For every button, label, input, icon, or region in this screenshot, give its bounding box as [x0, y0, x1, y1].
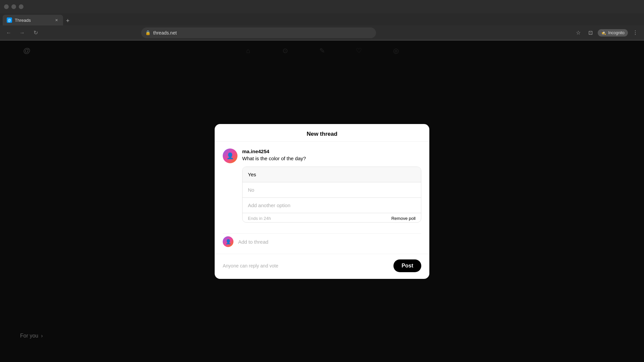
maximize-window-button[interactable]: [19, 4, 23, 9]
tabs-bar: @ Threads ✕ +: [0, 13, 644, 25]
address-bar: ← → ↻ 🔒 threads.net ☆ ⊡ 🕵 Incognito ⋮: [0, 25, 644, 40]
modal-body: 👤 ma.ine4254 What is the color of the da…: [215, 142, 429, 254]
tab-close-button[interactable]: ✕: [54, 17, 59, 23]
add-thread-placeholder[interactable]: Add to thread: [238, 239, 268, 245]
poll-footer: Ends in 24h Remove poll: [243, 213, 421, 222]
new-tab-button[interactable]: +: [63, 16, 72, 25]
thread-text: What is the color of the day?: [242, 156, 421, 161]
incognito-icon: 🕵: [601, 31, 606, 35]
main-content: @ ⌂ ⊙ ✎ ♡ ◎ For you › New thread: [0, 41, 644, 362]
refresh-button[interactable]: ↻: [31, 28, 40, 38]
tab-favicon: @: [7, 17, 12, 23]
user-content: ma.ine4254 What is the color of the day?: [242, 148, 421, 228]
poll-ends-label: Ends in 24h: [248, 216, 271, 221]
browser-chrome: @ Threads ✕ + ← → ↻ 🔒 threads.net ☆: [0, 0, 644, 41]
post-button[interactable]: Post: [393, 259, 421, 272]
url-text: threads.net: [153, 30, 177, 36]
address-input[interactable]: 🔒 threads.net: [141, 27, 376, 38]
poll-option-2-input[interactable]: [248, 187, 416, 193]
add-another-option[interactable]: Add another option: [243, 198, 421, 213]
user-row: 👤 ma.ine4254 What is the color of the da…: [223, 148, 421, 228]
new-thread-modal: New thread 👤 ma.ine4254 What is the colo…: [215, 124, 429, 279]
footer-note: Anyone can reply and vote: [223, 263, 278, 268]
title-bar: [0, 0, 644, 13]
modal-title: New thread: [307, 131, 337, 137]
poll-option-1-input[interactable]: [248, 172, 416, 177]
forward-button[interactable]: →: [17, 28, 27, 38]
more-button[interactable]: ⋮: [631, 28, 640, 38]
incognito-button[interactable]: 🕵 Incognito: [598, 29, 628, 37]
poll-option-1[interactable]: [243, 167, 421, 182]
browser-actions: ☆ ⊡ 🕵 Incognito ⋮: [574, 28, 640, 38]
add-thread-avatar: 👤: [223, 236, 233, 247]
modal-header: New thread: [215, 124, 429, 142]
poll-option-2[interactable]: [243, 182, 421, 198]
avatar: 👤: [223, 148, 237, 163]
remove-poll-button[interactable]: Remove poll: [391, 216, 416, 221]
profile-button[interactable]: ⊡: [586, 28, 595, 38]
minimize-window-button[interactable]: [11, 4, 16, 9]
tab-title: Threads: [15, 18, 31, 23]
bookmark-button[interactable]: ☆: [574, 28, 583, 38]
active-tab[interactable]: @ Threads ✕: [3, 15, 63, 25]
close-window-button[interactable]: [4, 4, 9, 9]
poll-container: Add another option Ends in 24h Remove po…: [242, 167, 421, 223]
add-thread-row: 👤 Add to thread: [223, 233, 421, 247]
back-button[interactable]: ←: [4, 28, 13, 38]
modal-footer: Anyone can reply and vote Post: [215, 254, 429, 279]
window-controls: [4, 4, 23, 9]
modal-overlay[interactable]: New thread 👤 ma.ine4254 What is the colo…: [0, 41, 644, 362]
lock-icon: 🔒: [145, 30, 151, 35]
username: ma.ine4254: [242, 148, 421, 154]
